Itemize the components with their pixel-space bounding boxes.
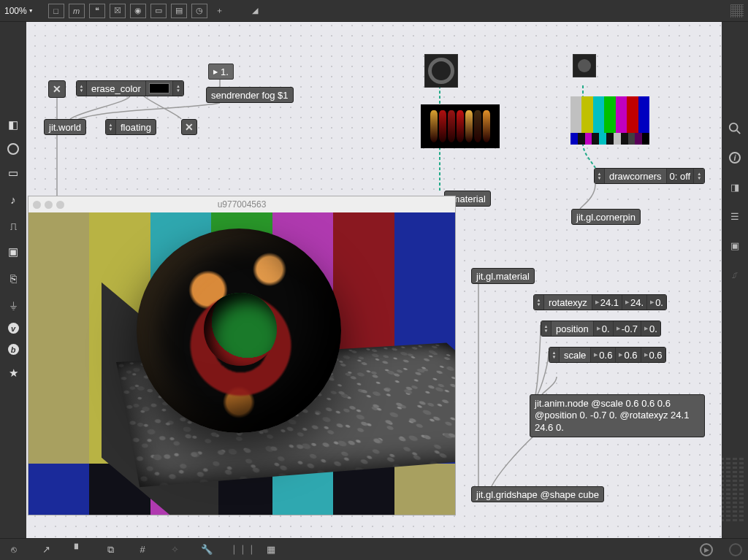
- stepper-icon[interactable]: ▲▼: [534, 295, 544, 310]
- attr-value-3[interactable]: ▶0.: [647, 295, 666, 310]
- sliders-icon[interactable]: ⎎: [727, 266, 743, 283]
- window-close-icon[interactable]: [33, 201, 41, 209]
- slider-tool-icon[interactable]: ▤: [171, 4, 187, 18]
- window-zoom-icon[interactable]: [56, 201, 64, 209]
- attrui-scale[interactable]: ▲▼ scale ▶0.6 ▶0.6 ▶0.6: [549, 347, 666, 363]
- obj-cornerpin[interactable]: jit.gl.cornerpin: [571, 209, 641, 225]
- attr-value[interactable]: 0: off: [667, 169, 695, 183]
- triangle-icon: ▶: [213, 69, 218, 75]
- attr-value-3[interactable]: ▶0.6: [641, 348, 665, 362]
- lock-icon[interactable]: ⎋: [6, 542, 22, 557]
- button-tool-icon[interactable]: ◉: [130, 4, 146, 18]
- ring-icon: [428, 58, 454, 84]
- pwindow-colorbars[interactable]: [570, 96, 649, 145]
- record-icon[interactable]: [7, 143, 19, 155]
- layers-icon[interactable]: ⧉: [102, 542, 118, 557]
- snap-icon[interactable]: ✧: [167, 542, 183, 557]
- message-one[interactable]: ▶ 1.: [208, 64, 234, 80]
- audio-meters: [720, 458, 744, 523]
- add-tool-icon[interactable]: ＋: [212, 4, 228, 18]
- obj-material-right[interactable]: jit.gl.material: [471, 268, 535, 284]
- info-icon[interactable]: i: [727, 150, 743, 166]
- note-icon[interactable]: ♪: [5, 191, 21, 207]
- color-swatch[interactable]: [149, 83, 169, 93]
- stepper-icon[interactable]: ▲▼: [595, 169, 605, 183]
- stepper-icon[interactable]: ▲▼: [694, 169, 704, 183]
- attrui-floating[interactable]: ▲▼ floating: [105, 119, 156, 135]
- render-window[interactable]: u977004563: [28, 196, 456, 515]
- star-icon[interactable]: ★: [5, 365, 21, 381]
- image-icon[interactable]: ▣: [5, 244, 21, 260]
- paperclip-icon[interactable]: ⎘: [5, 270, 21, 286]
- toggle-floating[interactable]: ✕: [181, 119, 197, 135]
- window-titlebar[interactable]: u977004563: [28, 196, 455, 212]
- number-tool-icon[interactable]: ▭: [150, 4, 167, 18]
- presentation-icon[interactable]: ▘: [70, 542, 86, 557]
- attr-label: scale: [560, 348, 591, 362]
- stepper-icon[interactable]: ▲▼: [77, 81, 87, 96]
- split-view-icon[interactable]: ◨: [727, 179, 743, 195]
- stepper-icon[interactable]: ▲▼: [173, 81, 183, 96]
- v-icon[interactable]: v: [8, 323, 19, 334]
- attr-label: drawcorners: [605, 169, 667, 183]
- object-tool-icon[interactable]: □: [48, 4, 64, 18]
- stepper-icon[interactable]: ▲▼: [541, 321, 552, 336]
- attr-value-2[interactable]: ▶-0.7: [614, 321, 641, 336]
- obj-sendrender[interactable]: sendrender fog $1: [206, 87, 294, 103]
- message-tool-icon[interactable]: m: [69, 4, 85, 18]
- stepper-icon[interactable]: ▲▼: [106, 120, 116, 134]
- pwindow-chilis[interactable]: [421, 104, 500, 148]
- object-text: jit.gl.cornerpin: [576, 212, 636, 223]
- pwindow-circle[interactable]: [573, 54, 596, 77]
- keyboard-icon[interactable]: ▦: [263, 542, 279, 557]
- object-text: jit.anim.node @scale 0.6 0.6 0.6 @positi…: [535, 398, 700, 434]
- paint-bucket-icon[interactable]: ◢: [247, 4, 263, 18]
- search-icon[interactable]: [727, 120, 743, 137]
- attr-value-3[interactable]: ▶0.: [641, 321, 660, 336]
- midi-icon[interactable]: ⎹⎹⎹: [231, 542, 247, 557]
- pwindow-ring[interactable]: [424, 54, 458, 88]
- toggle-main[interactable]: ✕: [48, 80, 66, 98]
- dial-tool-icon[interactable]: ◷: [191, 4, 207, 18]
- display-icon[interactable]: ▭: [5, 165, 21, 181]
- attr-value-2[interactable]: ▶24.: [622, 295, 647, 310]
- wrench-icon[interactable]: 🔧: [199, 542, 215, 557]
- attr-label: floating: [116, 120, 156, 134]
- attr-value-1[interactable]: ▶24.1: [592, 295, 622, 310]
- new-view-icon[interactable]: ↗: [38, 542, 54, 557]
- obj-animnode[interactable]: jit.anim.node @scale 0.6 0.6 0.6 @positi…: [530, 394, 705, 437]
- attrui-rotatexyz[interactable]: ▲▼ rotatexyz ▶24.1 ▶24. ▶0.: [533, 294, 667, 310]
- b-icon[interactable]: b: [8, 344, 19, 355]
- patcher-canvas[interactable]: ✕ ▲▼ erase_color ▲▼ ▶ 1. sendrender fog …: [26, 22, 722, 538]
- grid-toggle-icon[interactable]: [730, 4, 744, 18]
- toggle-x-icon: ✕: [185, 121, 194, 133]
- cube-icon[interactable]: ◧: [5, 117, 21, 133]
- zoom-level[interactable]: 100% ▼: [4, 6, 34, 16]
- toggle-tool-icon[interactable]: ☒: [110, 4, 126, 18]
- object-text: sendrender fog $1: [211, 90, 289, 101]
- zoom-value: 100%: [4, 6, 27, 16]
- object-text: jit.gl.gridshape @shape cube: [476, 489, 599, 500]
- plug-icon[interactable]: ⏚: [5, 296, 21, 312]
- grid-icon[interactable]: #: [134, 542, 150, 557]
- attrui-drawcorners[interactable]: ▲▼ drawcorners 0: off ▲▼: [594, 168, 705, 184]
- comment-tool-icon[interactable]: ❝: [89, 4, 105, 18]
- attrui-position[interactable]: ▲▼ position ▶0. ▶-0.7 ▶0.: [541, 321, 661, 337]
- attr-value-2[interactable]: ▶0.6: [616, 348, 641, 362]
- torus-shape: [137, 229, 341, 433]
- attr-value-1[interactable]: ▶0.6: [591, 348, 616, 362]
- attrui-erase-color[interactable]: ▲▼ erase_color ▲▼: [76, 80, 184, 96]
- svg-line-1: [737, 131, 741, 134]
- window-title: u977004563: [218, 199, 267, 210]
- attr-label: erase_color: [87, 81, 146, 96]
- power-button[interactable]: [729, 543, 742, 556]
- camera-icon[interactable]: ▣: [727, 237, 743, 253]
- list-icon[interactable]: ☰: [727, 208, 743, 224]
- attr-value-1[interactable]: ▶0.: [594, 321, 614, 336]
- obj-gridshape[interactable]: jit.gl.gridshape @shape cube: [471, 486, 604, 502]
- stepper-icon[interactable]: ▲▼: [549, 348, 560, 362]
- levels-icon[interactable]: ⎍: [5, 218, 21, 234]
- play-button[interactable]: ▶: [700, 543, 713, 556]
- window-minimize-icon[interactable]: [45, 201, 53, 209]
- obj-jitworld[interactable]: jit.world: [44, 119, 86, 135]
